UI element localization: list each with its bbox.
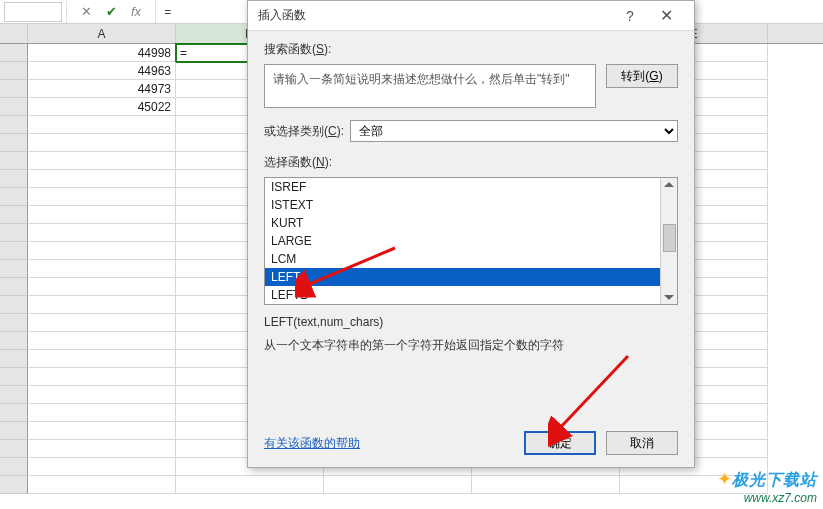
watermark: ✦极光下载站 www.xz7.com [717, 468, 817, 505]
row-header[interactable] [0, 98, 28, 116]
function-item-selected[interactable]: LEFT [265, 268, 660, 286]
function-item[interactable]: ISREF [265, 178, 660, 196]
cell[interactable]: 45022 [28, 98, 176, 116]
dialog-title: 插入函数 [258, 7, 612, 24]
cell[interactable] [28, 314, 176, 332]
function-signature: LEFT(text,num_chars) [264, 315, 678, 329]
cell[interactable] [28, 224, 176, 242]
row-header[interactable] [0, 80, 28, 98]
cell[interactable] [324, 476, 472, 494]
watermark-brand: 极光下载站 [732, 471, 817, 488]
row-header[interactable] [0, 134, 28, 152]
row-header[interactable] [0, 278, 28, 296]
cell[interactable] [28, 368, 176, 386]
row-header[interactable] [0, 422, 28, 440]
function-item[interactable]: LEFTB [265, 286, 660, 304]
help-icon[interactable]: ? [612, 8, 648, 24]
ok-button[interactable]: 确定 [524, 431, 596, 455]
row-header[interactable] [0, 314, 28, 332]
cell[interactable] [472, 476, 620, 494]
col-header-a[interactable]: A [28, 24, 176, 43]
cancel-button[interactable]: 取消 [606, 431, 678, 455]
fx-icon[interactable]: fx [131, 4, 141, 19]
scrollbar[interactable] [660, 178, 677, 304]
dialog-footer: 有关该函数的帮助 确定 取消 [264, 431, 678, 455]
function-list-label: 选择函数(N): [264, 154, 678, 171]
row-header[interactable] [0, 386, 28, 404]
cell[interactable] [28, 386, 176, 404]
cell[interactable] [28, 296, 176, 314]
row-header[interactable] [0, 440, 28, 458]
row-header[interactable] [0, 170, 28, 188]
watermark-url: www.xz7.com [717, 491, 817, 505]
row-header[interactable] [0, 260, 28, 278]
cell[interactable] [28, 134, 176, 152]
star-icon: ✦ [717, 469, 732, 489]
cell[interactable] [176, 476, 324, 494]
cell[interactable] [28, 170, 176, 188]
row-header[interactable] [0, 242, 28, 260]
row-header[interactable] [0, 224, 28, 242]
scrollbar-thumb[interactable] [663, 224, 676, 252]
search-label: 搜索函数(S): [264, 41, 678, 58]
row-header[interactable] [0, 206, 28, 224]
row-header[interactable] [0, 62, 28, 80]
help-link[interactable]: 有关该函数的帮助 [264, 435, 360, 452]
cell[interactable]: 44973 [28, 80, 176, 98]
row-headers [0, 44, 28, 494]
row-header[interactable] [0, 296, 28, 314]
cell[interactable] [28, 206, 176, 224]
cell[interactable] [28, 404, 176, 422]
cell[interactable] [28, 152, 176, 170]
go-button[interactable]: 转到(G) [606, 64, 678, 88]
cell[interactable] [28, 332, 176, 350]
row-header[interactable] [0, 458, 28, 476]
dialog-body: 搜索函数(S): 请输入一条简短说明来描述您想做什么，然后单击"转到" 转到(G… [248, 31, 694, 364]
function-description: 从一个文本字符串的第一个字符开始返回指定个数的字符 [264, 337, 678, 354]
cell[interactable] [28, 440, 176, 458]
cancel-icon[interactable]: ✕ [81, 4, 92, 19]
row-header[interactable] [0, 116, 28, 134]
category-select[interactable]: 全部 [350, 120, 678, 142]
cell[interactable] [28, 278, 176, 296]
close-icon[interactable]: ✕ [648, 6, 684, 25]
row-header[interactable] [0, 476, 28, 494]
cell[interactable]: 44963 [28, 62, 176, 80]
row-header[interactable] [0, 152, 28, 170]
function-item[interactable]: ISTEXT [265, 196, 660, 214]
function-item[interactable]: KURT [265, 214, 660, 232]
function-item[interactable]: LARGE [265, 232, 660, 250]
row-header[interactable] [0, 188, 28, 206]
cell[interactable] [28, 476, 176, 494]
cell[interactable] [28, 242, 176, 260]
row-header[interactable] [0, 350, 28, 368]
cell[interactable] [28, 458, 176, 476]
select-all-corner[interactable] [0, 24, 28, 43]
cell[interactable] [28, 422, 176, 440]
cell[interactable]: 44998 [28, 44, 176, 62]
dialog-titlebar[interactable]: 插入函数 ? ✕ [248, 1, 694, 31]
insert-function-dialog: 插入函数 ? ✕ 搜索函数(S): 请输入一条简短说明来描述您想做什么，然后单击… [247, 0, 695, 468]
name-box[interactable] [4, 2, 62, 22]
row-header[interactable] [0, 368, 28, 386]
formula-bar-icons: ✕ ✔ fx [67, 4, 155, 19]
category-label: 或选择类别(C): [264, 123, 344, 140]
cell[interactable] [28, 116, 176, 134]
cell[interactable] [28, 188, 176, 206]
search-input[interactable]: 请输入一条简短说明来描述您想做什么，然后单击"转到" [264, 64, 596, 108]
cell[interactable] [28, 350, 176, 368]
row-header[interactable] [0, 44, 28, 62]
function-listbox[interactable]: ISREF ISTEXT KURT LARGE LCM LEFT LEFTB [264, 177, 678, 305]
function-item[interactable]: LCM [265, 250, 660, 268]
confirm-icon[interactable]: ✔ [106, 4, 117, 19]
row-header[interactable] [0, 332, 28, 350]
row-header[interactable] [0, 404, 28, 422]
cell[interactable] [28, 260, 176, 278]
